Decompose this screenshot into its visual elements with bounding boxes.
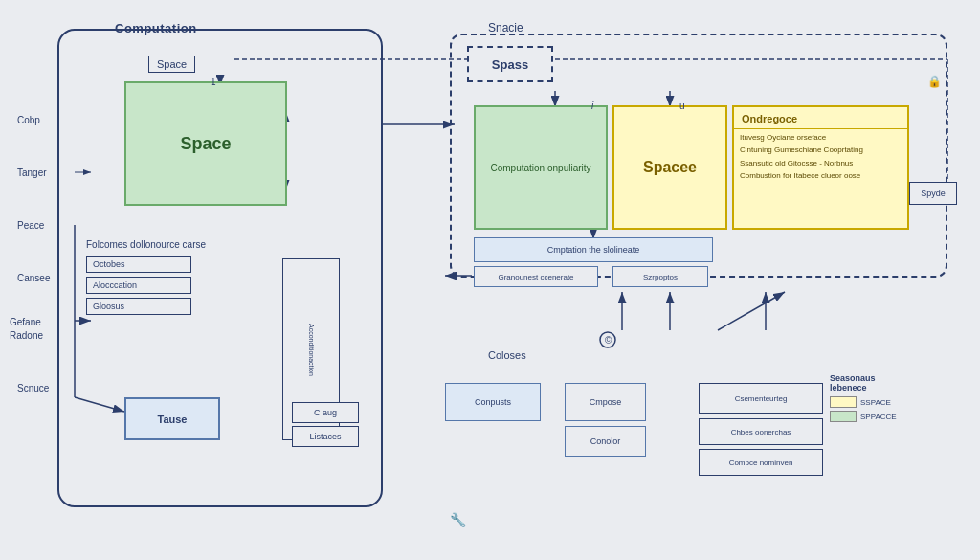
legend-swatch-sspace xyxy=(830,396,857,408)
folcomes-title: Folcomes dollonource carse xyxy=(86,239,258,250)
spacee-yellow-box: Spacee xyxy=(612,105,727,230)
listaces-box: Listaces xyxy=(292,426,359,447)
spyde-box: Spyde xyxy=(909,182,957,205)
gran-box: Granounest ccenerate xyxy=(474,266,598,287)
gefane-label: GefaneRadone xyxy=(10,316,43,343)
legend-area: Seasonauslebenece SSPACE SPPACCE xyxy=(830,373,954,425)
ondregoce-items: Ituvesg Oyciane orseface Cintuning Gumes… xyxy=(734,129,907,189)
cansee-label: Cansee xyxy=(17,273,50,283)
tanger-label: Tanger xyxy=(17,168,47,178)
caug-box: C aug xyxy=(292,402,359,423)
folcomes-item-aloccation: Alocccation xyxy=(86,277,191,294)
conolor-box: Conolor xyxy=(565,426,646,457)
scnuce-label: Scnuce xyxy=(17,383,49,393)
folcomes-item-octobes: Octobes xyxy=(86,256,191,273)
indicator-i: i xyxy=(591,101,593,111)
snacie-label: Snacie xyxy=(488,21,523,34)
ondregoce-item-3: Combustion for Itabece clueor oose xyxy=(740,171,902,181)
csem-box: Csementeurteg xyxy=(699,383,823,414)
space-green-box: Space xyxy=(124,81,287,206)
coloses-label: Coloses xyxy=(488,349,603,370)
space-label-left: Space xyxy=(148,56,195,73)
legend-item-sspace: SSPACE xyxy=(830,396,954,408)
ondregoce-item-2: Ssansutic old Gitocsse - Norbnus xyxy=(740,159,902,168)
left-main-title: Computation xyxy=(115,21,197,35)
legend-item-sppacce: SPPACCE xyxy=(830,411,954,422)
conpusts-box: Conpusts xyxy=(445,383,541,421)
legend-swatch-sppacce xyxy=(830,411,857,422)
indicator-u: u xyxy=(679,101,685,111)
szr-box: Szrpoptos xyxy=(612,266,708,287)
arrow-one-label: 1 xyxy=(211,77,216,87)
cmp-slol-box: Cmptation the slolineate xyxy=(474,237,713,262)
comp-reg-box: Computation onpuliarity xyxy=(474,105,608,230)
folcomes-item-gloosus: Gloosus xyxy=(86,298,191,315)
chbes-box: Chbes oonerchas xyxy=(699,418,823,445)
ondregoce-title: Ondregoce xyxy=(734,107,907,129)
ondregoce-box: Ondregoce Ituvesg Oyciane orseface Cintu… xyxy=(732,105,909,230)
folcomes-section: Folcomes dollonource carse Octobes Alocc… xyxy=(86,239,258,319)
diagram-canvas: © 🔧 Computation Space Cobp Tanger Peace … xyxy=(0,0,980,560)
peace-label: Peace xyxy=(17,220,44,231)
bottom-right-section: Coloses Conpusts Cmpose Conolor Csemente… xyxy=(416,330,962,536)
legend-label-sspace: SSPACE xyxy=(860,398,891,407)
legend-label-sppacce: SPPACCE xyxy=(860,413,897,421)
tause-box: Tause xyxy=(124,397,220,440)
cmpose-box: Cmpose xyxy=(565,383,646,421)
cobp-label: Cobp xyxy=(17,115,40,125)
ondregoce-item-0: Ituvesg Oyciane orseface xyxy=(740,133,902,143)
compce-box: Compce nominven xyxy=(699,449,823,476)
legend-title: Seasonauslebenece xyxy=(830,373,954,392)
lock-icon: 🔒 xyxy=(927,75,942,88)
svg-line-14 xyxy=(718,292,785,330)
ondregoce-item-1: Cintuning Gumeschiane Cooprtating xyxy=(740,146,902,155)
